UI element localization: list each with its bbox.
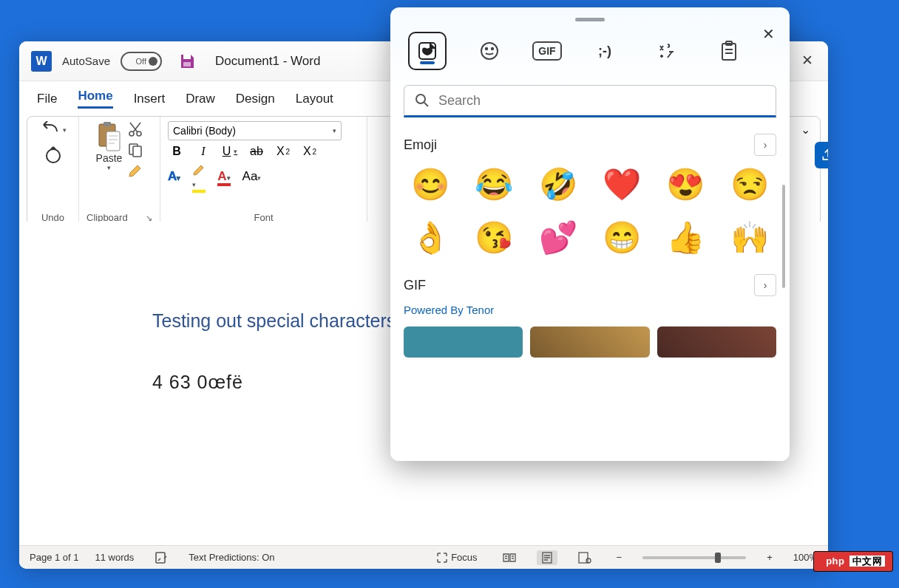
highlight-button[interactable]: ▾ [192,163,206,191]
zoom-in-button[interactable]: + [762,550,777,564]
emoji-item[interactable]: 😁 [603,222,641,253]
italic-button[interactable]: I [194,145,212,158]
svg-rect-18 [722,44,736,60]
format-painter-button[interactable] [127,163,143,179]
svg-point-17 [492,48,493,49]
menu-home[interactable]: Home [78,89,112,109]
strikethrough-button[interactable]: ab [248,145,265,158]
svg-point-16 [486,48,487,49]
gif-thumbnail[interactable] [530,327,649,358]
emoji-item[interactable]: ❤️ [603,169,641,200]
svg-rect-1 [183,62,191,66]
menu-file[interactable]: File [37,92,57,106]
web-layout-button[interactable] [574,550,596,565]
tab-clipboard-history[interactable] [710,32,748,70]
font-name-select[interactable]: Calibri (Body)▾ [168,121,342,140]
tab-smileys[interactable] [470,32,509,70]
status-spellcheck-button[interactable] [150,550,172,566]
cut-button[interactable] [127,121,143,137]
status-word-count[interactable]: 11 words [95,552,135,563]
superscript-button[interactable]: X2 [301,145,319,158]
autosave-toggle[interactable]: Off [121,52,162,71]
emoji-item[interactable]: 👍 [666,222,705,253]
gif-thumbnail[interactable] [404,327,523,358]
change-case-button[interactable]: Aa▾ [242,169,262,184]
emoji-item[interactable]: 😒 [730,169,769,200]
gif-section-more-button[interactable]: › [754,274,776,296]
emoji-item[interactable]: 😘 [475,222,513,253]
menu-layout[interactable]: Layout [296,92,333,106]
status-page[interactable]: Page 1 of 1 [30,552,79,563]
emoji-item[interactable]: 🤣 [539,169,577,200]
tab-recent-stickers[interactable] [408,32,447,70]
gif-thumbnail[interactable] [657,327,776,358]
status-text-predictions[interactable]: Text Predictions: On [189,552,274,563]
gif-section-heading: GIF [404,278,426,293]
undo-button[interactable]: ▾ [39,121,67,139]
tab-symbols[interactable] [648,32,686,70]
ribbon-group-font: Calibri (Body)▾ B I U▾ ab X2 X2 A▾ ▾ A▾ … [160,117,367,226]
site-watermark: php中文网 [813,551,893,572]
svg-rect-4 [104,122,111,126]
panel-drag-handle[interactable] [575,18,605,21]
repeat-button[interactable] [44,140,63,165]
emoji-panel-close-button[interactable]: ✕ [762,25,775,43]
emoji-item[interactable]: 😍 [666,169,705,200]
print-layout-button[interactable] [537,550,557,565]
emoji-item[interactable]: 😂 [475,169,513,200]
share-button[interactable] [815,142,828,168]
bold-button[interactable]: B [168,145,186,158]
window-close-button[interactable]: ✕ [801,52,813,69]
svg-rect-10 [156,553,165,563]
copy-button[interactable] [127,142,143,158]
svg-point-20 [416,95,425,103]
menu-draw[interactable]: Draw [186,92,215,106]
svg-point-13 [586,558,591,563]
emoji-search-box[interactable] [404,85,776,117]
emoji-item[interactable]: 💕 [539,222,577,253]
autosave-label: AutoSave [62,55,110,67]
emoji-item[interactable]: 👌 [411,222,450,253]
focus-mode-button[interactable]: Focus [432,550,481,565]
svg-rect-9 [133,146,141,157]
emoji-item[interactable]: 🙌 [730,222,769,253]
text-effects-button[interactable]: A▾ [168,169,180,184]
font-color-button[interactable]: A▾ [217,169,230,184]
ribbon-group-clipboard: Paste ▾ Clipboard ↘ [79,117,160,226]
svg-rect-0 [183,55,191,59]
emoji-picker-panel: ✕ GIF ;-) Emoji › 😊 😂 🤣 ❤️ 😍 😒 👌 😘 💕 [390,7,790,461]
save-icon[interactable] [177,51,197,72]
svg-point-2 [47,149,60,163]
ribbon-collapse-chevron-icon[interactable]: ⌄ [801,123,810,137]
svg-rect-5 [106,131,120,151]
tab-kaomoji[interactable]: ;-) [586,32,624,70]
tab-gif[interactable]: GIF [532,41,562,61]
zoom-out-button[interactable]: − [612,550,627,564]
ribbon-group-undo: ▾ Undo [27,117,79,226]
underline-button[interactable]: U▾ [221,145,239,158]
search-icon [415,93,430,108]
menu-design[interactable]: Design [236,92,275,106]
emoji-section-heading: Emoji [404,137,437,153]
menu-insert[interactable]: Insert [134,92,166,106]
paste-button[interactable]: Paste ▾ [96,121,123,171]
read-mode-button[interactable] [498,551,520,564]
gif-thumbnail-row [404,327,776,358]
emoji-item[interactable]: 😊 [411,169,450,200]
word-logo-icon: W [31,51,52,72]
emoji-section-more-button[interactable]: › [754,134,776,156]
statusbar: Page 1 of 1 11 words Text Predictions: O… [19,545,828,569]
zoom-slider[interactable] [642,556,746,559]
emoji-tabs: GIF ;-) [404,32,776,70]
svg-point-15 [481,43,498,59]
document-title: Document1 - Word [215,54,320,69]
emoji-grid: 😊 😂 🤣 ❤️ 😍 😒 👌 😘 💕 😁 👍 🙌 [404,169,776,253]
emoji-search-input[interactable] [438,93,765,109]
emoji-panel-scrollbar[interactable] [782,185,785,288]
tenor-attribution-link[interactable]: Powered By Tenor [404,304,776,316]
subscript-button[interactable]: X2 [274,145,292,158]
